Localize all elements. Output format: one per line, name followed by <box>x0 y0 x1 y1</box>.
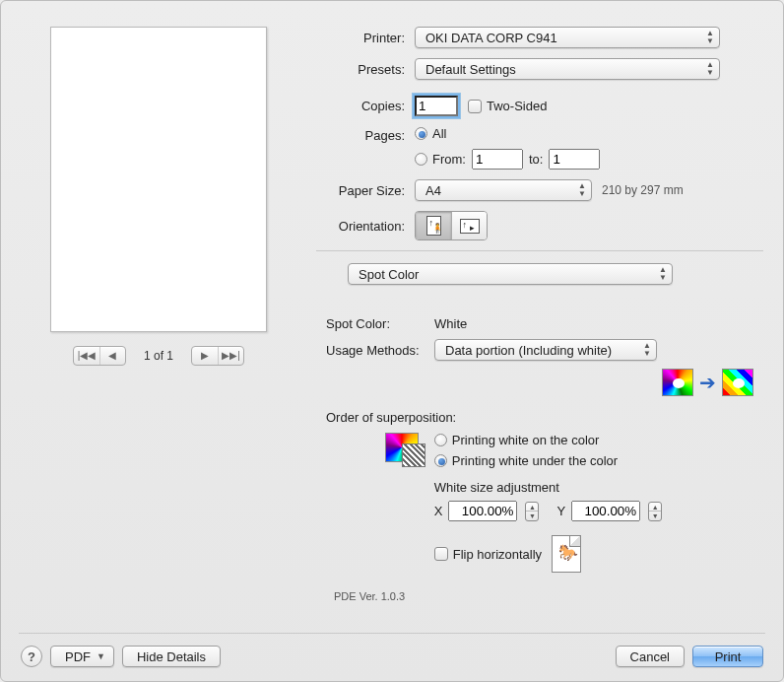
white-x-input[interactable] <box>448 501 517 521</box>
help-button[interactable]: ? <box>21 646 42 667</box>
section-value: Spot Color <box>359 267 419 282</box>
checkbox-icon <box>434 547 448 561</box>
presets-popup[interactable]: Default Settings <box>415 58 720 80</box>
superposition-icon <box>385 433 419 462</box>
orientation-label: Orientation: <box>316 219 405 234</box>
updown-icon <box>658 266 668 282</box>
cancel-button[interactable]: Cancel <box>616 646 685 667</box>
presets-value: Default Settings <box>425 62 516 77</box>
hide-details-button[interactable]: Hide Details <box>122 646 221 667</box>
printer-value: OKI DATA CORP C941 <box>425 31 557 45</box>
flip-horizontally-label: Flip horizontally <box>453 547 542 562</box>
copies-label: Copies: <box>316 99 405 113</box>
flip-horizontally-checkbox[interactable]: Flip horizontally <box>434 547 542 562</box>
orientation-toggle: ↑🧍 ↑▸ <box>415 211 488 240</box>
x-label: X <box>434 504 443 518</box>
target-color-icon <box>722 369 753 396</box>
pages-from-radio[interactable]: From: <box>415 152 466 167</box>
section-popup[interactable]: Spot Color <box>348 263 673 285</box>
pager-label: 1 of 1 <box>144 349 173 363</box>
superposition-options: Printing white on the color Printing whi… <box>434 433 763 573</box>
pdf-label: PDF <box>65 649 91 664</box>
white-under-color-radio[interactable]: Printing white under the color <box>434 453 618 468</box>
pages-label: Pages: <box>316 128 405 143</box>
checkbox-icon <box>468 100 482 113</box>
pager-last-button[interactable]: ▶▶| <box>218 347 243 365</box>
portrait-page-icon: ↑🧍 <box>426 216 441 236</box>
chevron-down-icon: ▼ <box>97 651 105 661</box>
pages-all-label: All <box>432 126 446 141</box>
radio-icon <box>434 454 447 467</box>
preview-page <box>50 27 267 332</box>
paper-size-popup[interactable]: A4 <box>415 179 592 201</box>
print-dialog: |◀◀ ◀ 1 of 1 ▶ ▶▶| Printer: OKI DATA COR… <box>0 0 784 682</box>
usage-methods-label: Usage Methods: <box>326 343 434 358</box>
paper-dimensions: 210 by 297 mm <box>602 183 684 197</box>
updown-icon <box>577 182 587 198</box>
pager-next-button[interactable]: ▶ <box>192 347 218 365</box>
printer-label: Printer: <box>316 31 405 45</box>
white-under-color-label: Printing white under the color <box>452 453 618 468</box>
spot-color-value: White <box>434 316 467 331</box>
usage-methods-popup[interactable]: Data portion (Including white) <box>434 339 657 361</box>
pages-to-label: to: <box>529 152 543 167</box>
updown-icon <box>705 30 715 45</box>
radio-icon <box>415 127 427 140</box>
printer-popup[interactable]: OKI DATA CORP C941 <box>415 27 720 48</box>
orientation-landscape-button[interactable]: ↑▸ <box>451 212 487 239</box>
updown-icon <box>705 61 715 77</box>
dialog-content: |◀◀ ◀ 1 of 1 ▶ ▶▶| Printer: OKI DATA COR… <box>21 21 763 622</box>
radio-icon <box>415 153 427 166</box>
landscape-page-icon: ↑▸ <box>460 219 480 234</box>
pde-version-label: PDE Ver. 1.0.3 <box>334 590 763 602</box>
settings-column: Printer: OKI DATA CORP C941 Presets: Def… <box>316 21 763 622</box>
pager-prev-group: |◀◀ ◀ <box>73 346 126 366</box>
updown-icon <box>642 342 652 358</box>
y-stepper[interactable]: ▲▼ <box>648 502 662 521</box>
x-stepper[interactable]: ▲▼ <box>525 502 539 521</box>
paper-size-label: Paper Size: <box>316 183 405 198</box>
y-label: Y <box>556 504 565 518</box>
order-superposition-label: Order of superposition: <box>326 410 763 425</box>
preview-pager: |◀◀ ◀ 1 of 1 ▶ ▶▶| <box>73 346 244 366</box>
two-sided-label: Two-Sided <box>487 99 547 113</box>
source-color-icon <box>662 369 693 396</box>
footer-separator <box>19 633 765 634</box>
separator <box>316 250 763 251</box>
white-size-adjustment-label: White size adjustment <box>434 480 763 495</box>
pdf-menu-button[interactable]: PDF ▼ <box>50 646 114 667</box>
spot-color-label: Spot Color: <box>326 316 434 331</box>
presets-label: Presets: <box>316 62 405 77</box>
orientation-portrait-button[interactable]: ↑🧍 <box>416 212 451 239</box>
pager-next-group: ▶ ▶▶| <box>191 346 244 366</box>
print-button[interactable]: Print <box>692 646 763 667</box>
dialog-footer: ? PDF ▼ Hide Details Cancel Print <box>21 646 763 667</box>
pages-to-input[interactable] <box>549 149 600 170</box>
usage-methods-value: Data portion (Including white) <box>445 343 612 358</box>
arrow-right-icon: ➔ <box>699 371 716 394</box>
pager-prev-button[interactable]: ◀ <box>99 347 125 365</box>
white-y-input[interactable] <box>571 501 640 521</box>
pages-options: All From: to: <box>415 126 600 170</box>
paper-size-value: A4 <box>425 183 441 198</box>
radio-icon <box>434 434 447 446</box>
two-sided-checkbox[interactable]: Two-Sided <box>468 99 547 113</box>
white-on-color-radio[interactable]: Printing white on the color <box>434 433 600 447</box>
document-icon: 🐎 <box>552 535 581 573</box>
pager-first-button[interactable]: |◀◀ <box>74 347 99 365</box>
copies-input[interactable] <box>415 96 458 116</box>
preview-column: |◀◀ ◀ 1 of 1 ▶ ▶▶| <box>21 21 296 622</box>
pages-from-input[interactable] <box>472 149 523 170</box>
pages-from-label: From: <box>432 152 466 167</box>
white-on-color-label: Printing white on the color <box>452 433 600 447</box>
pages-all-radio[interactable]: All <box>415 126 446 141</box>
